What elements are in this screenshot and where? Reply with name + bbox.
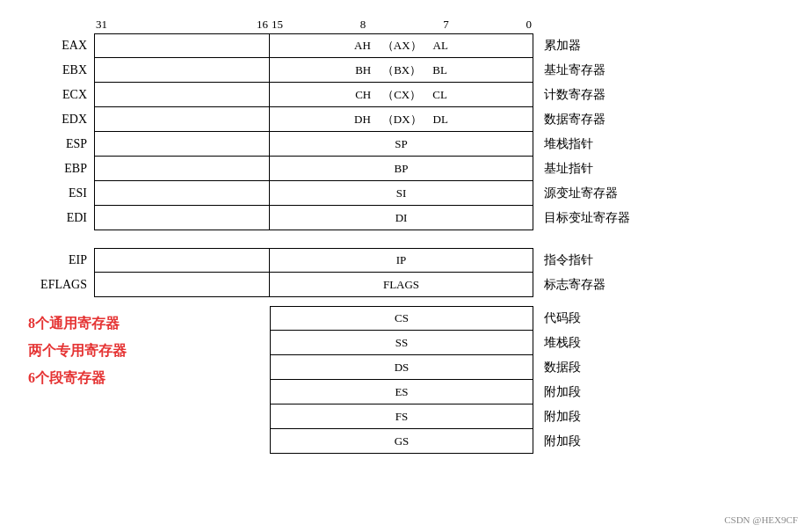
summary-line-1: 8个通用寄存器: [28, 315, 204, 333]
summary-text: 8个通用寄存器 两个专用寄存器 6个段寄存器: [28, 306, 204, 388]
table-row: EDX DH （DX） DL 数据寄存器: [28, 107, 784, 132]
segment-register-fs: FS: [270, 404, 533, 429]
table-row: EDI DI 目标变址寄存器: [28, 206, 784, 230]
table-row: ESP SP 堆栈指针: [28, 132, 784, 157]
table-row: EIP IP 指令指针: [28, 248, 784, 273]
register-name: EDX: [28, 107, 94, 132]
bit-right-labels: 15 8 7 0: [270, 18, 533, 32]
bit-16: 16: [257, 18, 268, 32]
reg-low-box: CH （CX） CL: [270, 83, 533, 107]
table-row: GS 附加段: [270, 429, 665, 454]
bit-number-header: 31 16 15 8 7 0: [94, 18, 784, 32]
register-desc: 目标变址寄存器: [533, 206, 665, 230]
bit-left-labels: 31 16: [94, 18, 270, 32]
reg-high-box: [94, 83, 270, 107]
table-row: EAX AH （AX） AL 累加器: [28, 33, 784, 58]
reg-low-box: SI: [270, 181, 533, 206]
register-desc: 附加段: [533, 429, 665, 454]
bit-7: 7: [443, 18, 449, 32]
reg-full-box: FLAGS: [270, 273, 533, 297]
table-row: ES 附加段: [270, 380, 665, 404]
table-row: ECX CH （CX） CL 计数寄存器: [28, 83, 784, 107]
bit-8: 8: [360, 18, 366, 32]
segment-register-ss: SS: [270, 331, 533, 355]
special-registers: EIP IP 指令指针 EFLAGS FLAGS 标志寄存器: [28, 248, 784, 297]
register-desc: 标志寄存器: [533, 273, 665, 297]
bit-31: 31: [96, 18, 107, 32]
reg-low-box: DI: [270, 206, 533, 230]
segment-register-cs: CS: [270, 306, 533, 331]
summary-line-2: 两个专用寄存器: [28, 342, 204, 361]
register-desc: 源变址寄存器: [533, 181, 665, 206]
table-row: CS 代码段: [270, 306, 665, 331]
general-registers: EAX AH （AX） AL 累加器 EBX BH （BX） BL 基址寄存器 …: [28, 33, 784, 230]
register-desc: 数据段: [533, 355, 665, 380]
register-desc: 堆栈段: [533, 331, 665, 355]
register-name: EFLAGS: [28, 273, 94, 297]
reg-high-box: [94, 273, 270, 297]
register-name: EIP: [28, 248, 94, 273]
register-desc: 堆栈指针: [533, 132, 665, 157]
bit-15: 15: [272, 18, 283, 32]
reg-high-box: [94, 107, 270, 132]
register-desc: 计数寄存器: [533, 83, 665, 107]
segment-register-es: ES: [270, 380, 533, 404]
reg-low-box: AH （AX） AL: [270, 33, 533, 58]
reg-high-box: [94, 58, 270, 83]
register-desc: 指令指针: [533, 248, 665, 273]
register-name: EBP: [28, 157, 94, 181]
register-desc: 基址寄存器: [533, 58, 665, 83]
reg-high-box: [94, 132, 270, 157]
reg-high-box: [94, 181, 270, 206]
register-name: ESP: [28, 132, 94, 157]
register-name: EBX: [28, 58, 94, 83]
register-desc: 基址指针: [533, 157, 665, 181]
segment-register-gs: GS: [270, 429, 533, 454]
table-row: EFLAGS FLAGS 标志寄存器: [28, 273, 784, 297]
segment-registers-section: 8个通用寄存器 两个专用寄存器 6个段寄存器 CS 代码段 SS 堆栈段 DS …: [28, 306, 784, 454]
register-desc: 附加段: [533, 404, 665, 429]
table-row: SS 堆栈段: [270, 331, 665, 355]
segment-register-ds: DS: [270, 355, 533, 380]
reg-high-box: [94, 33, 270, 58]
table-row: EBX BH （BX） BL 基址寄存器: [28, 58, 784, 83]
register-desc: 附加段: [533, 380, 665, 404]
register-desc: 累加器: [533, 33, 665, 58]
reg-high-box: [94, 248, 270, 273]
reg-full-box: IP: [270, 248, 533, 273]
bit-0: 0: [526, 18, 532, 32]
reg-low-box: BP: [270, 157, 533, 181]
segment-register-boxes: CS 代码段 SS 堆栈段 DS 数据段 ES 附加段 FS 附加段 GS 附加…: [270, 306, 665, 454]
reg-low-box: BH （BX） BL: [270, 58, 533, 83]
reg-high-box: [94, 157, 270, 181]
table-row: FS 附加段: [270, 404, 665, 429]
table-row: EBP BP 基址指针: [28, 157, 784, 181]
summary-line-3: 6个段寄存器: [28, 369, 204, 388]
table-row: ESI SI 源变址寄存器: [28, 181, 784, 206]
table-row: DS 数据段: [270, 355, 665, 380]
register-name: EDI: [28, 206, 94, 230]
reg-high-box: [94, 206, 270, 230]
reg-low-box: DH （DX） DL: [270, 107, 533, 132]
register-name: EAX: [28, 33, 94, 58]
register-desc: 数据寄存器: [533, 107, 665, 132]
reg-low-box: SP: [270, 132, 533, 157]
register-name: ECX: [28, 83, 94, 107]
watermark: CSDN @HEX9CF: [724, 514, 798, 525]
register-desc: 代码段: [533, 306, 665, 331]
register-name: ESI: [28, 181, 94, 206]
